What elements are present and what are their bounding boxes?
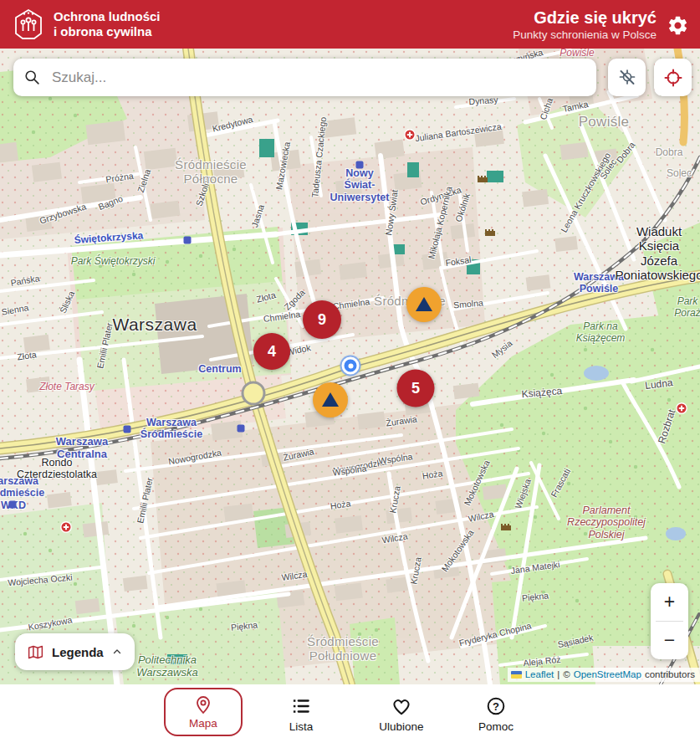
- map-label: Śródmieście Północne: [175, 157, 247, 187]
- nav-item-label: Pomoc: [478, 720, 514, 733]
- map-label: Żurawia: [282, 446, 314, 463]
- map-label: Mysia: [489, 338, 514, 360]
- map-label: Fryderyka Chopina: [457, 620, 532, 648]
- nav-item-label: Ulubione: [379, 720, 423, 733]
- map-label: Warszawa: [112, 315, 197, 335]
- map-label: Mokotowska: [439, 528, 475, 574]
- map-canvas[interactable]: GrzybowskaPańskaSiennaŚliskaZłotaZłotaZi…: [0, 49, 700, 684]
- leaflet-link[interactable]: Leaflet: [525, 669, 554, 679]
- map-label: Szkolna: [193, 174, 212, 207]
- page-title: Gdzie się ukryć: [534, 8, 657, 27]
- map-label: Emilii Plater: [95, 322, 114, 370]
- map-label: Pańska: [10, 273, 41, 288]
- map-label: Wilcza: [381, 530, 409, 545]
- map-label: Złota: [17, 349, 38, 361]
- nav-item-lista[interactable]: Lista: [263, 694, 340, 734]
- map-label: Solec: [598, 157, 619, 182]
- target-icon: [663, 68, 683, 88]
- map-attribution: Leaflet | © OpenStreetMap contributors: [508, 668, 700, 682]
- map-label: Rozbrat: [657, 408, 678, 445]
- map-label: Leona Kruczkowskiego: [559, 151, 612, 234]
- location-off-icon: [617, 68, 637, 88]
- map-label: Wojciecha Oczki: [8, 572, 73, 588]
- map-label: Chmielna: [263, 309, 301, 324]
- gear-icon: [667, 14, 689, 37]
- cluster-marker[interactable]: 4: [253, 333, 290, 370]
- map-label: Śliska: [58, 289, 77, 315]
- svg-text:?: ?: [493, 700, 499, 713]
- map-label: Powiśle: [559, 49, 594, 59]
- osm-link[interactable]: OpenStreetMap: [574, 669, 641, 679]
- shelter-marker[interactable]: [406, 287, 442, 322]
- search-icon: [23, 69, 42, 87]
- nav-item-ulubione[interactable]: Ulubione: [363, 694, 440, 734]
- search-input[interactable]: [50, 69, 586, 87]
- map-label: Wspólna: [332, 463, 367, 478]
- map-label: Hoża: [422, 468, 443, 480]
- map-label: Frascati: [549, 467, 572, 499]
- map-label: Zgoda: [282, 287, 307, 312]
- map-label: Rondo Czterdziestolatka: [17, 457, 97, 481]
- map-label: Warszawa Centralna: [56, 436, 108, 461]
- search-bar[interactable]: [13, 59, 596, 96]
- map-label: Krucza: [408, 556, 423, 585]
- locate-me-button[interactable]: [654, 59, 692, 96]
- map-label: Aleja Róż: [523, 654, 561, 668]
- map-label: Tamka: [562, 99, 590, 114]
- map-label: Emilii Plater: [135, 477, 154, 525]
- rail-station-icon: [238, 425, 245, 433]
- nav-item-mapa[interactable]: Mapa: [164, 688, 243, 736]
- rail-station-icon: [184, 237, 192, 244]
- map-label: Okólnik: [453, 192, 472, 223]
- zoom-controls: + −: [651, 583, 688, 659]
- map-label: Centrum: [198, 363, 241, 375]
- civil-defense-triangle-icon: [322, 392, 339, 407]
- question-icon: ?: [485, 695, 507, 717]
- shelter-marker[interactable]: [313, 382, 348, 417]
- settings-button[interactable]: [665, 13, 690, 38]
- map-label: Koszykowa: [28, 614, 73, 632]
- toggle-markers-button[interactable]: [608, 59, 646, 96]
- nav-item-pomoc[interactable]: ? Pomoc: [457, 694, 534, 734]
- civil-defense-logo-icon: [12, 8, 45, 41]
- attribution-contributors: contributors: [645, 669, 695, 679]
- map-label: Żurawia: [386, 413, 418, 428]
- map-label: Park Poraż: [674, 296, 700, 320]
- map-label: Warszawa Śródmieście WKD: [0, 475, 44, 511]
- zoom-in-button[interactable]: +: [651, 583, 688, 621]
- rail-station-icon: [9, 501, 17, 509]
- map-label: Tadeusza Czackiego: [309, 116, 328, 198]
- cluster-marker[interactable]: 9: [303, 300, 341, 339]
- map-label: Mikołaja Kopernika: [426, 185, 453, 259]
- map-label: Krucza: [387, 485, 402, 514]
- map-label: Świętokrzyska: [74, 230, 143, 247]
- legend-button[interactable]: Legenda: [15, 633, 135, 670]
- map-label: Cicha: [538, 96, 555, 120]
- cluster-marker[interactable]: 5: [397, 370, 435, 407]
- nav-item-label: Mapa: [189, 717, 217, 730]
- map-label: Śródmieście Południowe: [307, 634, 379, 663]
- map-label: Wiejska: [513, 478, 533, 510]
- map-label: Dobra: [656, 147, 683, 159]
- app-logo: Ochrona ludności i obrona cywilna: [12, 8, 161, 41]
- heart-icon: [391, 695, 412, 717]
- map-label: Ludna: [645, 377, 674, 392]
- map-label: Wspólna: [378, 451, 413, 466]
- map-label: Smolna: [453, 297, 484, 310]
- map-label: Piękna: [230, 619, 258, 632]
- legend-label: Legenda: [52, 645, 104, 659]
- list-icon: [290, 695, 312, 717]
- hospital-icon: [676, 402, 688, 418]
- map-label: Politechnika Warszawska: [136, 654, 197, 679]
- map-label: Piękna: [521, 590, 549, 602]
- map-label: Wiadukt Księcia Józefa Poniatowskiego: [615, 224, 700, 282]
- map-label: Złote Tarasy: [39, 382, 95, 393]
- map-label: Hoża: [330, 498, 351, 510]
- ukraine-flag-icon: [511, 671, 522, 679]
- zoom-out-button[interactable]: −: [651, 622, 688, 659]
- logo-text: Ochrona ludności i obrona cywilna: [54, 9, 161, 38]
- map-label: Nowy Świat- Uniwersytet: [330, 167, 390, 203]
- user-location-marker: [342, 357, 360, 375]
- map-label: Grzybowska: [38, 201, 88, 225]
- hospital-icon: [60, 521, 73, 537]
